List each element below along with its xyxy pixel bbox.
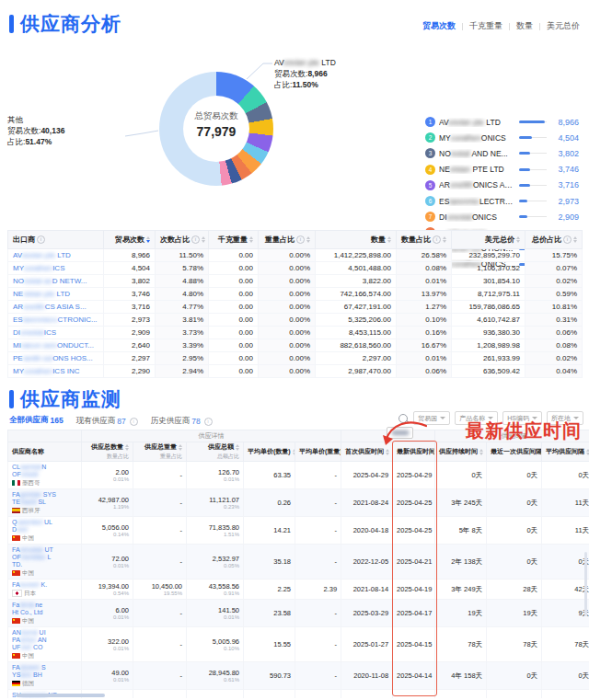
cell-value: 2025-04-25: [397, 499, 432, 507]
cell-value: 63.35: [273, 471, 291, 479]
cell-value: 2,532.97: [213, 555, 239, 563]
exporter-name-link[interactable]: ARonelithCS ASIA S...: [8, 301, 104, 314]
redacted-text: relasti: [21, 471, 39, 477]
legend-item[interactable]: 3NOrestal AND NE...3,802: [425, 145, 583, 161]
supplier-tab-2[interactable]: 现有供应商87i: [76, 416, 138, 430]
table-cell: -: [133, 600, 187, 627]
vertical-scrollbar-thumb[interactable]: [584, 552, 587, 616]
exporter-name-link[interactable]: MIralcon semONDUCT...: [8, 339, 104, 352]
sort-icon[interactable]: [202, 236, 205, 243]
sort-icon[interactable]: [387, 236, 391, 243]
name-text: ne: [35, 602, 42, 608]
supplier-name-cell: FActorem SYStem BH德国: [8, 662, 82, 690]
metric-tab-2[interactable]: 千克重量: [469, 20, 502, 32]
column-header-2[interactable]: 贸易次数: [104, 231, 156, 249]
info-icon: i: [433, 235, 441, 244]
column-header-9[interactable]: 总价占比i: [525, 231, 583, 249]
legend-item[interactable]: 7DIonestalONICS2,909: [425, 209, 583, 224]
legend-item[interactable]: 1AVesvian pte LTD8,966: [425, 114, 583, 130]
sort-icon[interactable]: [443, 236, 446, 243]
exporter-name-link[interactable]: NOrestal anD NETW...: [8, 275, 104, 288]
legend-item[interactable]: 4NEvistan PTE LTD3,746: [425, 162, 583, 178]
table-cell: 0.00: [209, 352, 259, 365]
supplier-name-link[interactable]: Fastrolene: [12, 602, 77, 609]
supplier-name-link[interactable]: Quarented UL: [12, 519, 77, 526]
supplier-name-link[interactable]: Dorel: [12, 526, 77, 534]
column-header-1[interactable]: 出口商i: [8, 231, 104, 249]
supplier-name-link[interactable]: ANdorral UI: [12, 629, 77, 637]
column-header-9[interactable]: 供应持续时间: [435, 442, 487, 462]
sort-icon[interactable]: [573, 236, 577, 243]
redacted-text: earntok: [20, 464, 41, 470]
sort-icon[interactable]: [125, 444, 129, 451]
analysis-table: 出口商i贸易次数次数占比i千克重量重量占比i数量数量占比i美元总价总价占比iAV…: [7, 230, 583, 378]
sort-icon[interactable]: [479, 449, 483, 455]
cell-value: -: [335, 526, 338, 534]
column-header-10[interactable]: 最近一次供应间隔: [487, 442, 542, 462]
table-cell: -: [295, 489, 341, 517]
supplier-name-link[interactable]: FAgorelan SYS: [12, 491, 77, 499]
supplier-tab-3[interactable]: 历史供应商78i: [151, 416, 213, 430]
column-header-3[interactable]: 次数占比i: [156, 231, 209, 249]
callout-key: 贸易次数:: [7, 126, 40, 135]
exporter-name-link[interactable]: MYcorathenICS INC: [8, 365, 104, 378]
sort-icon[interactable]: [516, 236, 520, 243]
name-text: AN: [12, 629, 21, 636]
sort-icon[interactable]: [179, 444, 182, 451]
column-header-6[interactable]: 平均单价(重量): [295, 442, 341, 462]
column-header-4[interactable]: 千克重量: [209, 231, 259, 249]
table-cell: 2025-04-17: [393, 600, 435, 627]
supplier-name-link[interactable]: OFmeridian L: [12, 554, 77, 561]
legend-item[interactable]: 5ARonelithONICS ASI...3,716: [425, 178, 583, 193]
exporter-name-link[interactable]: PEranith solONS HOS...: [8, 352, 104, 365]
country-name: 中国: [22, 569, 34, 577]
column-header-5[interactable]: 重量占比i: [259, 231, 316, 249]
cell-value: 14.21: [273, 526, 291, 534]
exporter-name-link[interactable]: EStarenmicroCTRONIC...: [8, 314, 104, 327]
supplier-name-link[interactable]: FAlconert K.: [12, 581, 77, 589]
column-header-row: 供应商名称供应总数量数量占比供应总重量重量占比供应总额总额占比平均单价(数量)平…: [8, 442, 589, 462]
column-header-8[interactable]: 美元总价: [452, 231, 525, 249]
column-header-4[interactable]: 供应总额总额占比: [187, 442, 244, 462]
supplier-name-link[interactable]: TEmardi SL: [12, 499, 77, 506]
supplier-name-link[interactable]: Ht Co., Ltd: [12, 609, 77, 616]
name-text: ES: [13, 316, 23, 324]
metric-tab-3[interactable]: 数量: [516, 20, 533, 32]
column-header-6[interactable]: 数量: [316, 231, 397, 249]
column-label: 数量占比: [401, 235, 431, 244]
horizontal-scrollbar-thumb[interactable]: [17, 694, 105, 697]
legend-item[interactable]: 2MYcorathenONICS4,504: [425, 130, 583, 145]
supplier-name-link[interactable]: OFrelasti: [12, 471, 77, 478]
supplier-name-link[interactable]: YStem BH: [12, 671, 77, 679]
exporter-name-link[interactable]: MYcorathenICS: [8, 262, 104, 275]
cell-share: 0.01%: [86, 677, 129, 683]
table-cell: 11天: [542, 517, 589, 545]
table-cell: 49.000.01%: [82, 662, 133, 690]
metric-tab-4[interactable]: 美元总价: [547, 20, 580, 32]
exporter-name-link[interactable]: DIonestalICS: [8, 327, 104, 339]
column-header-1[interactable]: 供应商名称: [8, 442, 82, 462]
sort-icon[interactable]: [249, 236, 253, 243]
exporter-name-link[interactable]: AVesvian pte LTD: [8, 249, 104, 262]
supplier-name-link[interactable]: TD.: [12, 561, 77, 568]
metric-tab-1[interactable]: 贸易次数: [422, 20, 456, 32]
column-header-11[interactable]: 平均供应间隔: [542, 442, 589, 462]
table-cell: 2025-04-29: [341, 462, 393, 489]
supplier-name-link[interactable]: FArenostal UT: [12, 546, 77, 554]
supplier-name-link[interactable]: FActorem S: [12, 664, 77, 671]
legend-index-badge: 4: [425, 165, 435, 175]
supplier-name-link[interactable]: PAlerton AN: [12, 637, 77, 644]
exporter-name-link[interactable]: NEvistan pte LTD: [8, 288, 104, 301]
supplier-name-link[interactable]: UForel CO: [12, 644, 77, 651]
column-header-3[interactable]: 供应总重量重量占比: [133, 442, 187, 462]
sort-icon[interactable]: [236, 444, 239, 451]
sort-icon[interactable]: [306, 236, 310, 243]
column-header-2[interactable]: 供应总数量数量占比: [82, 442, 133, 462]
sort-icon[interactable]: [146, 236, 150, 243]
legend-item[interactable]: 6EStarenmicLECTRON...2,973: [425, 193, 583, 209]
table-cell: 0.31%: [525, 314, 583, 327]
supplier-name-link[interactable]: CLearntokN: [12, 464, 77, 471]
legend-name: DIonestalONICS: [439, 212, 516, 222]
column-header-5[interactable]: 平均单价(数量): [244, 442, 295, 462]
column-header-7[interactable]: 数量占比i: [397, 231, 452, 249]
